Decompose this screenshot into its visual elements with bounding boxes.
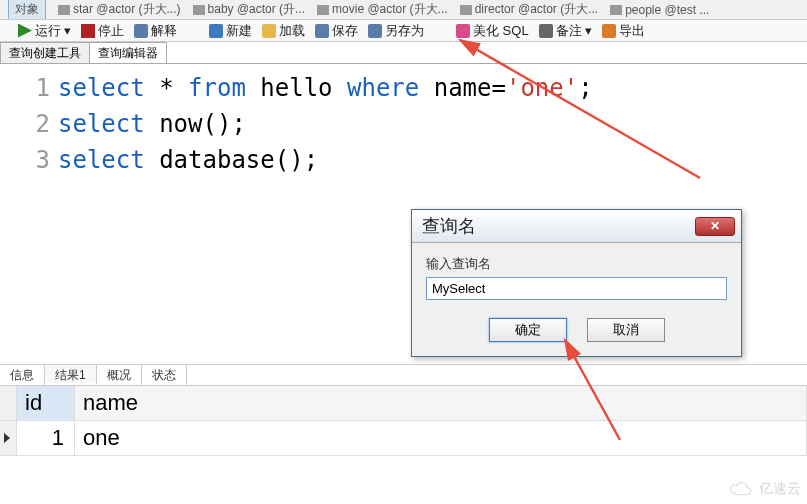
new-icon xyxy=(209,24,223,38)
file-tab-director[interactable]: director @actor (升大... xyxy=(460,1,599,18)
editor-tab-bar: 查询创建工具 查询编辑器 xyxy=(0,42,807,64)
tab-query-editor[interactable]: 查询编辑器 xyxy=(89,42,167,63)
tab-info[interactable]: 信息 xyxy=(0,365,45,385)
result-grid[interactable]: id name 1 one xyxy=(0,386,807,456)
stop-button[interactable]: 停止 xyxy=(81,22,124,40)
beautify-button[interactable]: 美化 SQL xyxy=(456,22,529,40)
cell-name[interactable]: one xyxy=(75,421,807,456)
current-row-icon xyxy=(4,433,10,443)
row-marker-header xyxy=(0,386,17,421)
toolbar: 运行 ▾ 停止 解释 新建 加载 保存 另存为 美化 SQL 备注 ▾ 导出 xyxy=(0,20,807,42)
play-icon xyxy=(18,24,32,38)
cancel-button[interactable]: 取消 xyxy=(587,318,665,342)
save-button[interactable]: 保存 xyxy=(315,22,358,40)
ok-button[interactable]: 确定 xyxy=(489,318,567,342)
dialog-close-button[interactable]: ✕ xyxy=(695,217,735,236)
beautify-icon xyxy=(456,24,470,38)
file-tab-movie[interactable]: movie @actor (升大... xyxy=(317,1,448,18)
explain-button[interactable]: 解释 xyxy=(134,22,177,40)
tab-overview[interactable]: 概况 xyxy=(97,365,142,385)
query-name-input[interactable] xyxy=(426,277,727,300)
tab-status[interactable]: 状态 xyxy=(142,365,187,385)
stop-icon xyxy=(81,24,95,38)
dialog-label: 输入查询名 xyxy=(426,255,727,273)
export-button[interactable]: 导出 xyxy=(602,22,645,40)
table-row[interactable]: 1 one xyxy=(0,421,807,456)
tab-result1[interactable]: 结果1 xyxy=(45,365,97,385)
line-gutter: 1 2 3 xyxy=(0,64,58,364)
note-button[interactable]: 备注 ▾ xyxy=(539,22,592,40)
run-button[interactable]: 运行 ▾ xyxy=(18,22,71,40)
dialog-title: 查询名 xyxy=(422,214,476,238)
dialog-titlebar[interactable]: 查询名 ✕ xyxy=(412,210,741,243)
export-icon xyxy=(602,24,616,38)
new-button[interactable]: 新建 xyxy=(209,22,252,40)
file-tab-people[interactable]: people @test ... xyxy=(610,3,709,17)
cloud-icon xyxy=(727,480,755,498)
file-tab-bar: 对象 star @actor (升大...) baby @actor (升...… xyxy=(0,0,807,20)
file-tab-star[interactable]: star @actor (升大...) xyxy=(58,1,181,18)
col-header-id[interactable]: id xyxy=(17,386,75,421)
col-header-name[interactable]: name xyxy=(75,386,807,421)
saveas-icon xyxy=(368,24,382,38)
load-button[interactable]: 加载 xyxy=(262,22,305,40)
saveas-button[interactable]: 另存为 xyxy=(368,22,424,40)
explain-icon xyxy=(134,24,148,38)
file-tab-active[interactable]: 对象 xyxy=(8,0,46,20)
load-icon xyxy=(262,24,276,38)
query-name-dialog: 查询名 ✕ 输入查询名 确定 取消 xyxy=(411,209,742,357)
result-tab-bar: 信息 结果1 概况 状态 xyxy=(0,364,807,386)
note-icon xyxy=(539,24,553,38)
row-marker xyxy=(0,421,17,456)
tab-query-builder[interactable]: 查询创建工具 xyxy=(0,42,90,63)
file-tab-baby[interactable]: baby @actor (升... xyxy=(193,1,306,18)
save-icon xyxy=(315,24,329,38)
watermark: 亿速云 xyxy=(727,480,801,498)
cell-id[interactable]: 1 xyxy=(17,421,75,456)
